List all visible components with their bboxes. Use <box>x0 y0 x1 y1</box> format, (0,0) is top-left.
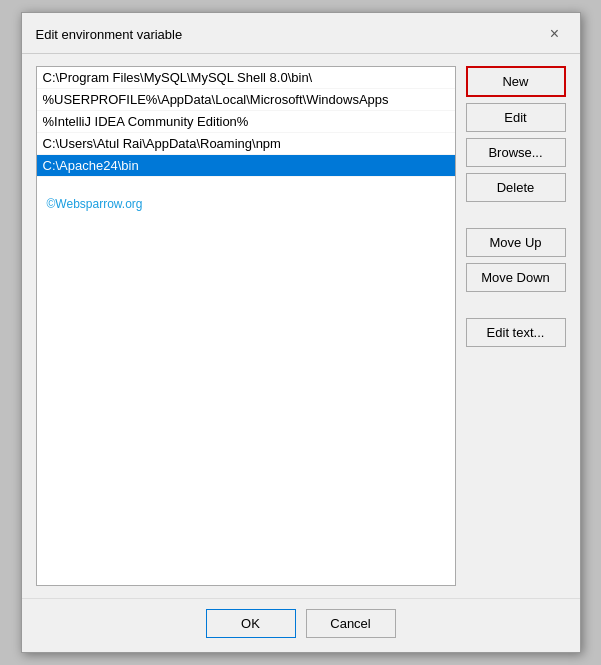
list-item[interactable]: %IntelliJ IDEA Community Edition% <box>37 111 455 133</box>
buttons-panel: New Edit Browse... Delete Move Up Move D… <box>466 66 566 586</box>
dialog-body: C:\Program Files\MySQL\MySQL Shell 8.0\b… <box>22 54 580 598</box>
edit-button[interactable]: Edit <box>466 103 566 132</box>
list-item[interactable]: C:\Program Files\MySQL\MySQL Shell 8.0\b… <box>37 67 455 89</box>
ok-button[interactable]: OK <box>206 609 296 638</box>
watermark-text: ©Websparrow.org <box>37 177 455 231</box>
list-item-selected[interactable]: C:\Apache24\bin <box>37 155 455 177</box>
button-spacer-2 <box>466 298 566 312</box>
move-up-button[interactable]: Move Up <box>466 228 566 257</box>
cancel-button[interactable]: Cancel <box>306 609 396 638</box>
list-item[interactable]: %USERPROFILE%\AppData\Local\Microsoft\Wi… <box>37 89 455 111</box>
button-spacer <box>466 208 566 222</box>
title-bar: Edit environment variable × <box>22 13 580 54</box>
move-down-button[interactable]: Move Down <box>466 263 566 292</box>
delete-button[interactable]: Delete <box>466 173 566 202</box>
env-variable-list[interactable]: C:\Program Files\MySQL\MySQL Shell 8.0\b… <box>36 66 456 586</box>
edit-env-variable-dialog: Edit environment variable × C:\Program F… <box>21 12 581 653</box>
list-item[interactable]: C:\Users\Atul Rai\AppData\Roaming\npm <box>37 133 455 155</box>
dialog-title: Edit environment variable <box>36 27 183 42</box>
browse-button[interactable]: Browse... <box>466 138 566 167</box>
close-button[interactable]: × <box>544 23 566 45</box>
dialog-footer: OK Cancel <box>22 598 580 652</box>
edit-text-button[interactable]: Edit text... <box>466 318 566 347</box>
new-button[interactable]: New <box>466 66 566 97</box>
